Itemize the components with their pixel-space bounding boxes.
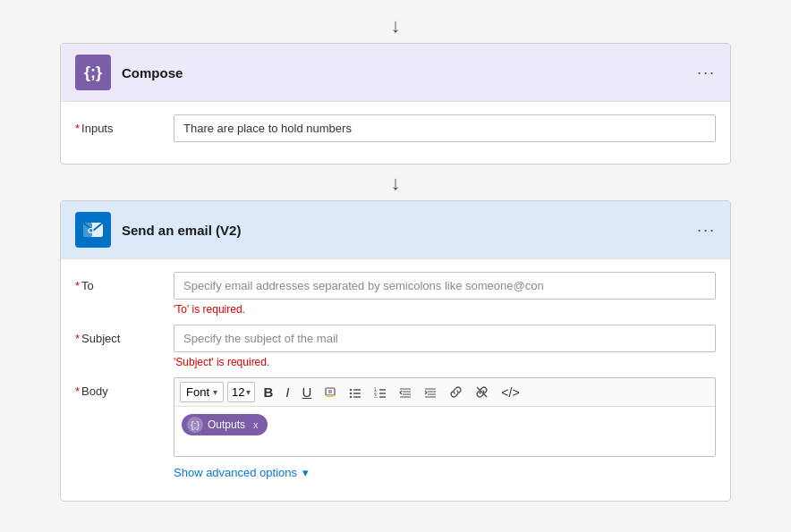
outputs-tag-icon: {;}	[187, 417, 203, 433]
font-size-label: 12	[232, 385, 244, 399]
email-to-error: 'To' is required.	[174, 303, 716, 316]
highlight-icon	[324, 386, 336, 399]
show-advanced-options-label: Show advanced options	[174, 466, 297, 479]
outputs-tag-label: Outputs	[208, 418, 245, 431]
arrow-connector-middle: ↓	[391, 172, 401, 195]
svg-point-11	[350, 395, 352, 397]
show-advanced-options-button[interactable]: Show advanced options ▾	[174, 466, 716, 479]
email-subject-row: *Subject 'Subject' is required.	[75, 325, 716, 368]
underline-button[interactable]: U	[298, 382, 317, 402]
subject-required-star: *	[75, 332, 80, 345]
font-select-chevron: ▾	[213, 387, 217, 397]
link-button[interactable]	[445, 383, 467, 401]
indent-less-button[interactable]	[395, 384, 416, 401]
body-required-star: *	[75, 384, 80, 398]
email-body-label: *Body	[75, 377, 174, 398]
email-to-field[interactable]	[174, 272, 716, 300]
unlink-button[interactable]	[471, 383, 493, 401]
email-to-field-area: 'To' is required.	[174, 272, 716, 316]
email-card: O Send an email (V2) ··· *To 'To' is req…	[60, 200, 731, 502]
font-select-label: Font	[186, 385, 209, 399]
compose-inputs-field[interactable]	[174, 114, 716, 142]
compose-inputs-field-area	[174, 114, 716, 142]
compose-inputs-label: *Inputs	[75, 114, 174, 135]
compose-icon: {;}	[84, 63, 102, 82]
outputs-tag-close-button[interactable]: x	[253, 419, 259, 430]
compose-card-title: Compose	[122, 65, 697, 80]
arrow-connector-top: ↓	[391, 14, 401, 38]
bold-button[interactable]: B	[259, 382, 277, 402]
ordered-list-button[interactable]: 1. 2. 3.	[370, 384, 391, 401]
compose-more-options-button[interactable]: ···	[697, 63, 716, 82]
email-body-field-area: Font ▾ 12 ▾ B I U	[174, 377, 716, 479]
email-body-row: *Body Font ▾ 12 ▾	[75, 377, 716, 479]
compose-card-body: *Inputs	[61, 102, 730, 164]
unordered-list-button[interactable]	[344, 384, 366, 401]
email-card-body: *To 'To' is required. *Subject 'Subject'…	[61, 259, 730, 501]
email-to-label: *To	[75, 272, 174, 292]
email-body-editor: Font ▾ 12 ▾ B I U	[174, 377, 716, 457]
compose-card-header: {;} Compose ···	[61, 44, 730, 102]
compose-inputs-row: *Inputs	[75, 114, 716, 142]
email-to-row: *To 'To' is required.	[75, 272, 716, 316]
compose-card: {;} Compose ··· *Inputs	[60, 43, 731, 165]
code-view-button[interactable]: </>	[497, 383, 523, 402]
ordered-list-icon: 1. 2. 3.	[374, 386, 387, 399]
email-card-title: Send an email (V2)	[122, 223, 697, 238]
email-subject-label: *Subject	[75, 325, 174, 345]
link-icon	[449, 385, 463, 399]
unordered-list-icon	[349, 386, 361, 399]
italic-button[interactable]: I	[281, 382, 293, 402]
email-more-options-button[interactable]: ···	[697, 221, 716, 240]
email-icon-box: O	[75, 212, 111, 248]
svg-text:O: O	[88, 226, 94, 235]
email-icon: O	[81, 218, 105, 241]
highlight-button[interactable]	[319, 384, 341, 401]
indent-more-button[interactable]	[420, 384, 441, 401]
show-advanced-options-chevron: ▾	[302, 466, 309, 479]
body-editor-content[interactable]: {;} Outputs x	[174, 407, 715, 456]
body-toolbar: Font ▾ 12 ▾ B I U	[174, 378, 715, 407]
email-subject-error: 'Subject' is required.	[174, 356, 716, 368]
svg-point-9	[350, 392, 352, 393]
svg-rect-3	[326, 388, 335, 395]
svg-text:3.: 3.	[374, 393, 378, 399]
to-required-star: *	[75, 279, 80, 292]
inputs-required-star: *	[75, 122, 80, 135]
indent-more-icon	[424, 386, 437, 399]
email-card-header: O Send an email (V2) ···	[61, 201, 730, 259]
font-size-select-button[interactable]: 12 ▾	[227, 382, 255, 402]
code-view-label: </>	[501, 385, 519, 400]
indent-less-icon	[399, 386, 412, 399]
svg-point-7	[350, 388, 352, 390]
unlink-icon	[475, 385, 489, 399]
font-select-button[interactable]: Font ▾	[180, 382, 224, 402]
email-subject-field[interactable]	[174, 325, 716, 352]
compose-icon-box: {;}	[75, 55, 111, 90]
outputs-tag: {;} Outputs x	[182, 414, 268, 435]
email-subject-field-area: 'Subject' is required.	[174, 325, 716, 368]
font-size-chevron: ▾	[246, 387, 251, 397]
